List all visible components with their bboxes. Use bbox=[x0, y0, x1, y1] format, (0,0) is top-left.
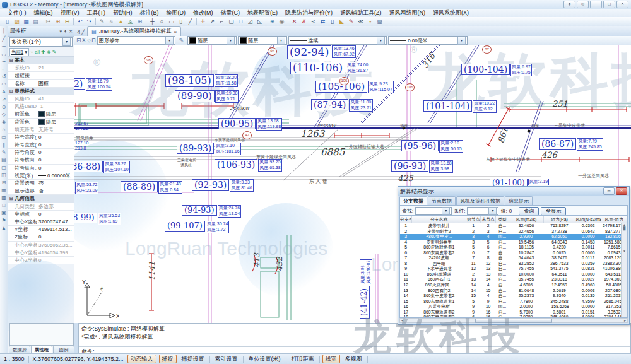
table-row[interactable]: 11860西石门11314自...85.745523.03180.0027197… bbox=[400, 277, 627, 283]
property-value[interactable]: 0 bbox=[37, 156, 74, 163]
brightness-icon[interactable]: ☼ bbox=[86, 37, 91, 44]
column-header-类型[interactable]: 类型 bbox=[496, 216, 509, 223]
property-row[interactable]: 超链接 bbox=[8, 72, 74, 79]
edge-label[interactable]: (90-95)风量:13.68风压:119.98 bbox=[218, 118, 282, 131]
property-value[interactable]: -1 bbox=[37, 103, 74, 110]
paste-icon[interactable]: ⊟ bbox=[62, 18, 72, 26]
current-row-icon[interactable]: ◈ bbox=[47, 49, 52, 55]
table-row[interactable]: 17860东翼轨道巷2916自...5.78000.58010.01513.35… bbox=[400, 310, 627, 315]
property-value[interactable]: 0.00000米 bbox=[37, 172, 74, 179]
results-tab-分支数据[interactable]: 分支数据 bbox=[399, 196, 427, 205]
status-button-动态输入[interactable]: 动态输入 bbox=[127, 355, 156, 363]
table-row[interactable]: 14860集中皮带巷2154自...25.23739.93400.0135251… bbox=[400, 293, 627, 299]
table-row[interactable]: 72#202皮顺78自...54.464338.24760.01122083.1… bbox=[400, 255, 627, 261]
save-icon[interactable]: ▦ bbox=[21, 18, 31, 26]
property-value[interactable]: 0 bbox=[37, 233, 74, 240]
property-value[interactable]: 图框 bbox=[37, 80, 74, 87]
draw-tool-icon-15[interactable]: ∥ bbox=[0, 141, 8, 149]
panel-header-icon[interactable]: ▾ bbox=[60, 29, 62, 34]
pin-button[interactable]: ▭ bbox=[603, 187, 615, 195]
chevron-down-icon[interactable]: ▾ bbox=[442, 207, 450, 215]
property-group[interactable]: ⊟几何信息 bbox=[8, 195, 74, 203]
draw-tool-icon-24[interactable]: ▣ bbox=[0, 209, 8, 217]
lock-icon[interactable]: ▪ bbox=[365, 18, 375, 26]
cross-icon[interactable]: ✛ bbox=[198, 18, 208, 26]
draw-tool-icon-7[interactable]: ◠ bbox=[0, 81, 8, 88]
property-row[interactable]: 符号纵向...0 bbox=[8, 165, 74, 172]
draw-tool-icon-17[interactable]: ▤ bbox=[0, 156, 8, 164]
edge-label[interactable]: (88-99)风量:35.53风压:1.69 bbox=[74, 213, 121, 225]
draw-tool-icon-11[interactable]: ◇ bbox=[0, 111, 8, 119]
draw-tool-icon-16[interactable]: ✎ bbox=[0, 149, 8, 156]
pan-icon[interactable]: ▯ bbox=[176, 18, 186, 26]
current-object-combo[interactable]: 当前1 ▾ bbox=[9, 48, 29, 56]
collapse-icon[interactable]: ⊟ bbox=[8, 195, 15, 202]
close-tab-icon[interactable]: × bbox=[174, 29, 177, 35]
table-row[interactable]: 13860西石门21415自...81.06482.56190.0003207.… bbox=[400, 288, 627, 294]
menu-item-标注(B)[interactable]: 标注(B) bbox=[136, 9, 163, 17]
status-button-打印距离[interactable]: 打印距离 bbox=[289, 355, 317, 363]
open-icon[interactable]: ▨ bbox=[12, 18, 21, 26]
chevron-down-icon[interactable]: ▾ bbox=[488, 207, 497, 215]
property-row[interactable]: Y坐标4199114.513... bbox=[8, 226, 74, 233]
column-header-风阻(N·s2/m8)[interactable]: 风阻(N·s2/m8) bbox=[575, 216, 601, 223]
menu-item-帮助(H)[interactable]: 帮助(H) bbox=[109, 9, 136, 17]
draw-tool-icon-9[interactable]: ↗ bbox=[0, 96, 8, 103]
fill-icon[interactable]: ◣ bbox=[337, 18, 346, 26]
menu-item-隐患防治与评价(Y)[interactable]: 隐患防治与评价(Y) bbox=[281, 9, 336, 17]
grid-icon[interactable]: ⊞ bbox=[135, 18, 144, 26]
circle-icon[interactable]: ○ bbox=[157, 18, 167, 26]
edge-label[interactable]: (88-89)风量:21.48风压:0.84 bbox=[121, 181, 182, 194]
property-group[interactable]: ⊟显示样式 bbox=[8, 88, 74, 95]
property-value[interactable]: 否 bbox=[37, 180, 74, 187]
edge-label[interactable]: (41-42)风量:3.98风压:140.07 bbox=[360, 259, 372, 319]
table-row[interactable]: 3+860集中皮...34固...2.920062.60500.0000182.… bbox=[400, 234, 627, 240]
box-icon[interactable]: ▢ bbox=[227, 18, 236, 26]
copy-props-icon[interactable]: ⊡ bbox=[76, 37, 81, 44]
column-header-风量(m3/s)[interactable]: 风量(m3/s) bbox=[509, 216, 543, 223]
panel-tab-图例[interactable]: 图例 bbox=[53, 346, 74, 353]
chevron-down-icon[interactable]: ▾ bbox=[62, 38, 71, 46]
property-row[interactable]: 系统ID21 bbox=[8, 64, 74, 72]
property-value[interactable]: 无符号 bbox=[37, 126, 74, 133]
table-row[interactable]: 2皮带明斜井223自...22.465637.27380.0642837.377… bbox=[400, 229, 627, 235]
tri-left-icon[interactable]: ◺ bbox=[255, 18, 264, 26]
style-button[interactable]: ◈ bbox=[563, 1, 575, 8]
property-value[interactable]: 0 bbox=[37, 149, 74, 156]
horizontal-scrollbar[interactable]: ◄► bbox=[399, 318, 628, 323]
property-row[interactable]: 中心Y坐标4194654.399... bbox=[8, 249, 74, 257]
property-value[interactable]: 21 bbox=[37, 64, 74, 71]
table-row[interactable]: 15860东翼轨道巷159自...7.7800345.24884.9599268… bbox=[400, 299, 627, 305]
edge-label[interactable]: (94-93)风量:24.76风压:13.54 bbox=[182, 205, 241, 218]
draw-tool-icon-3[interactable]: ◡ bbox=[0, 50, 8, 58]
draw-tool-icon-5[interactable]: ⌐ bbox=[0, 66, 8, 73]
node-circle[interactable]: 98 bbox=[144, 56, 153, 64]
property-row[interactable]: 几何类型多边形 bbox=[8, 203, 74, 211]
print-icon[interactable]: ▤ bbox=[31, 18, 40, 26]
chevron-down-icon[interactable]: ▾ bbox=[165, 37, 174, 45]
table-row[interactable]: 1皮带明斜井12自...32.4656763.82970.630224798.1… bbox=[400, 223, 627, 229]
property-row[interactable]: 显示边界否 bbox=[8, 187, 74, 195]
edge-label[interactable]: (89-92)风量:16.79风压:100.54 bbox=[74, 78, 112, 91]
property-value[interactable]: 37606747.47... bbox=[37, 218, 74, 225]
chevron-down-icon[interactable]: ▾ bbox=[277, 37, 285, 45]
delete-icon[interactable]: ✕ bbox=[290, 18, 299, 26]
column-header-末节点[interactable]: 末节点 bbox=[481, 216, 495, 223]
lock-layer-icon[interactable]: ⊓ bbox=[91, 37, 96, 44]
cut-icon[interactable]: ✂ bbox=[44, 18, 53, 26]
draw-tool-icon-19[interactable]: ◫ bbox=[0, 172, 8, 179]
draw-tool-icon-21[interactable]: ▦ bbox=[0, 187, 8, 194]
edge-label[interactable]: (86-88)风量:38.27风压:107.10 bbox=[74, 161, 130, 173]
current-row-icon[interactable]: ✎ bbox=[52, 49, 57, 55]
panel-tab-属性框[interactable]: 属性框 bbox=[31, 346, 52, 353]
draw-tool-icon-23[interactable]: □ bbox=[0, 202, 8, 209]
edge-label[interactable]: (110-106)风量:74.00风压:31.87 bbox=[290, 62, 369, 74]
edge-label[interactable]: (96-93)风量:13.68风压:3.98 bbox=[391, 160, 453, 173]
property-value[interactable]: 0 bbox=[37, 165, 74, 172]
property-value[interactable]: 否 bbox=[37, 187, 74, 194]
draw-tool-icon-10[interactable]: ⊙ bbox=[0, 103, 8, 111]
property-value[interactable]: 多边形 bbox=[37, 203, 74, 210]
copy-icon[interactable]: ⊞ bbox=[53, 18, 62, 26]
edit-icon[interactable]: ✎ bbox=[346, 18, 356, 26]
property-value[interactable] bbox=[37, 72, 74, 79]
